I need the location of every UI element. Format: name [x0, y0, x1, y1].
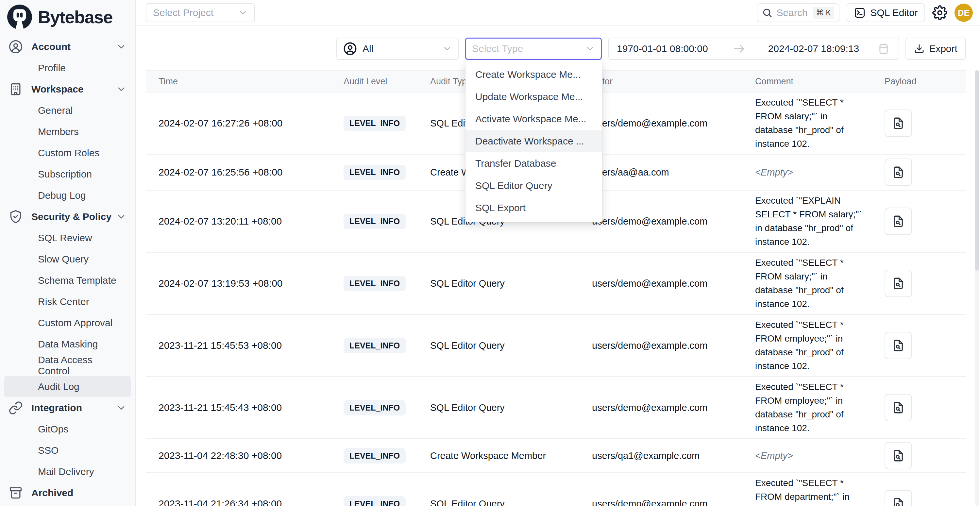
- user-circle-icon: [343, 41, 357, 56]
- sidebar-item-label: Mail Delivery: [38, 466, 94, 477]
- cell-comment-empty: <Empty>: [755, 450, 873, 461]
- dropdown-option-activate-workspace-member[interactable]: Activate Workspace Me...: [466, 108, 602, 130]
- export-button[interactable]: Export: [905, 38, 966, 60]
- search-shortcut-badge: ⌘ K: [813, 6, 835, 19]
- sidebar-item-integration[interactable]: Integration: [4, 397, 131, 418]
- view-payload-button[interactable]: [885, 332, 912, 359]
- settings-gear-icon[interactable]: [932, 5, 947, 20]
- sidebar-item-debug-log[interactable]: Debug Log: [4, 185, 131, 206]
- sidebar-item-label: Debug Log: [38, 190, 86, 201]
- cell-time: 2024-02-07 16:25:56 +08:00: [146, 167, 338, 178]
- building-icon: [8, 82, 23, 96]
- audit-level-badge: LEVEL_INFO: [344, 448, 406, 463]
- sidebar-item-label: Data Access Control: [38, 354, 127, 377]
- table-row: 2023-11-04 21:26:34 +08:00 LEVEL_INFO SQ…: [146, 473, 966, 506]
- view-payload-button[interactable]: [885, 110, 912, 137]
- view-payload-button[interactable]: [885, 490, 912, 506]
- type-dropdown-menu: Create Workspace Me... Update Workspace …: [466, 60, 602, 222]
- date-range-picker[interactable]: 1970-01-01 08:00:00 2024-02-07 18:09:13: [608, 38, 899, 60]
- cell-comment-empty: <Empty>: [755, 167, 873, 178]
- sidebar-nav: Account Profile Workspace General Member…: [0, 34, 135, 503]
- sidebar-item-archived[interactable]: Archived: [4, 482, 131, 503]
- bytebase-logo[interactable]: Bytebase: [0, 0, 135, 34]
- view-payload-button[interactable]: [885, 442, 912, 469]
- audit-level-badge: LEVEL_INFO: [344, 496, 406, 506]
- audit-level-badge: LEVEL_INFO: [344, 338, 406, 353]
- user-avatar[interactable]: DE: [955, 3, 973, 22]
- cell-actor: users/demo@example.com: [587, 340, 749, 351]
- vertical-scrollbar[interactable]: [975, 70, 979, 506]
- column-header-time: Time: [146, 76, 338, 87]
- actor-filter-dropdown[interactable]: All: [336, 38, 459, 60]
- dropdown-option-transfer-database[interactable]: Transfer Database: [466, 152, 602, 175]
- sidebar-item-sql-review[interactable]: SQL Review: [4, 227, 131, 248]
- column-header-payload: Payload: [879, 76, 966, 87]
- cell-actor: users/demo@example.com: [587, 403, 749, 413]
- sql-editor-button[interactable]: SQL Editor: [846, 3, 925, 22]
- chevron-down-icon: [116, 84, 127, 94]
- dropdown-option-sql-editor-query[interactable]: SQL Editor Query: [466, 175, 602, 197]
- sidebar-item-label: Schema Template: [38, 275, 116, 286]
- sidebar-item-profile[interactable]: Profile: [4, 57, 131, 78]
- sidebar-item-label: Archived: [31, 487, 73, 498]
- date-from-value: 1970-01-01 08:00:00: [617, 43, 708, 54]
- dropdown-option-create-workspace-member[interactable]: Create Workspace Me...: [466, 64, 602, 86]
- sidebar-item-risk-center[interactable]: Risk Center: [4, 291, 131, 312]
- sidebar-item-custom-approval[interactable]: Custom Approval: [4, 312, 131, 333]
- sidebar-item-label: Integration: [31, 403, 82, 414]
- search-icon: [762, 8, 772, 18]
- sidebar-item-workspace[interactable]: Workspace: [4, 78, 131, 100]
- arrow-right-icon: [732, 42, 746, 56]
- dropdown-option-deactivate-workspace-member[interactable]: Deactivate Workspace ...: [466, 130, 602, 152]
- view-payload-button[interactable]: [885, 394, 912, 421]
- sidebar-item-label: Security & Policy: [31, 211, 111, 222]
- cell-audit-type: Create Workspace Member: [425, 450, 587, 461]
- sidebar-item-label: Account: [31, 41, 71, 52]
- audit-level-badge: LEVEL_INFO: [344, 276, 406, 291]
- cell-comment: Executed `"SELECT * FROM salary;"` in da…: [755, 256, 867, 311]
- chevron-down-icon: [116, 41, 127, 52]
- sidebar: Bytebase Account Profile Workspace: [0, 0, 136, 506]
- sidebar-item-schema-template[interactable]: Schema Template: [4, 270, 131, 291]
- sidebar-item-general[interactable]: General: [4, 100, 131, 121]
- cell-comment: Executed `"EXPLAIN SELECT * FROM salary;…: [755, 194, 867, 249]
- dropdown-option-update-workspace-member[interactable]: Update Workspace Me...: [466, 86, 602, 108]
- export-label: Export: [929, 43, 958, 54]
- search-placeholder: Search: [776, 7, 808, 18]
- sql-editor-label: SQL Editor: [870, 7, 918, 18]
- sidebar-item-subscription[interactable]: Subscription: [4, 164, 131, 185]
- cell-comment: Executed `"SELECT * FROM employee;"` in …: [755, 380, 867, 435]
- cell-comment: Executed `"SELECT * FROM department;"` i…: [755, 476, 867, 506]
- audit-level-badge: LEVEL_INFO: [344, 400, 406, 415]
- audit-level-badge: LEVEL_INFO: [344, 116, 406, 131]
- sidebar-item-data-access-control[interactable]: Data Access Control: [4, 355, 131, 376]
- sidebar-item-gitops[interactable]: GitOps: [4, 418, 131, 440]
- view-payload-button[interactable]: [885, 159, 912, 186]
- select-project-dropdown[interactable]: Select Project: [146, 3, 255, 22]
- sidebar-item-account[interactable]: Account: [4, 36, 131, 57]
- sidebar-item-sso[interactable]: SSO: [4, 440, 131, 461]
- sidebar-item-label: Custom Roles: [38, 147, 99, 159]
- dropdown-option-sql-export[interactable]: SQL Export: [466, 197, 602, 219]
- sidebar-item-label: Subscription: [38, 169, 92, 180]
- download-icon: [914, 43, 924, 54]
- search-input[interactable]: Search ⌘ K: [757, 3, 840, 22]
- date-to-value: 2024-02-07 18:09:13: [768, 43, 859, 54]
- type-filter-dropdown[interactable]: Select Type: [465, 38, 602, 60]
- sidebar-item-security-policy[interactable]: Security & Policy: [4, 206, 131, 227]
- sidebar-item-members[interactable]: Members: [4, 121, 131, 142]
- sidebar-item-slow-query[interactable]: Slow Query: [4, 248, 131, 270]
- sidebar-item-audit-log[interactable]: Audit Log: [4, 376, 131, 397]
- table-row: 2023-11-21 15:45:53 +08:00 LEVEL_INFO SQ…: [146, 315, 966, 377]
- chevron-down-icon: [238, 8, 248, 18]
- cell-time: 2024-02-07 16:27:26 +08:00: [146, 118, 338, 129]
- sidebar-item-custom-roles[interactable]: Custom Roles: [4, 142, 131, 164]
- sidebar-item-data-masking[interactable]: Data Masking: [4, 333, 131, 355]
- type-filter-placeholder: Select Type: [472, 43, 585, 54]
- user-circle-icon: [8, 40, 23, 54]
- view-payload-button[interactable]: [885, 270, 912, 297]
- bytebase-logo-icon: [7, 5, 32, 29]
- sidebar-item-mail-delivery[interactable]: Mail Delivery: [4, 461, 131, 482]
- scrollbar-thumb[interactable]: [975, 70, 979, 271]
- view-payload-button[interactable]: [885, 208, 912, 235]
